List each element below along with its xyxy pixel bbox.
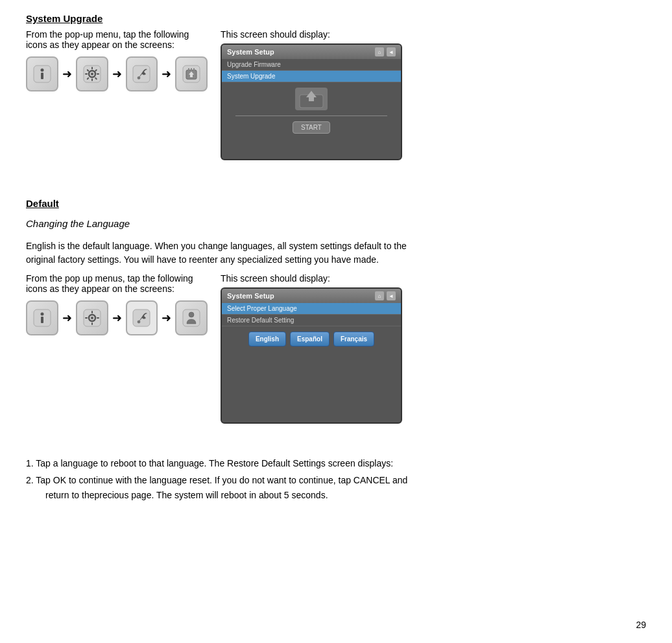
svg-rect-9 [97,73,99,75]
screen1-header: System Setup ⌂ ◄ [222,45,401,59]
changing-language-subheading: Changing the Language [26,218,646,229]
svg-point-37 [189,312,194,317]
default-instruction: From the pop up menus, tap the following… [26,273,208,294]
svg-point-1 [40,69,43,72]
system-upgrade-icons-row: ➜ [26,56,208,91]
step-2-text: Tap OK to continue with the language res… [36,475,407,485]
screen2-header-icons: ⌂ ◄ [375,291,396,300]
system-upgrade-left: From the pop-up menu, tap the following … [26,29,208,91]
page-number: 29 [636,620,646,630]
svg-rect-6 [91,67,93,69]
arrow-1: ➜ [62,67,72,81]
screen2-menu-item-2: Restore Default Setting [222,315,401,326]
espanol-btn: Español [290,332,330,346]
screen1-upload-icon [295,88,328,110]
screen2-header: System Setup ⌂ ◄ [222,289,401,303]
info-icon-2 [26,300,58,335]
wrench-icon-2 [126,300,158,335]
svg-rect-18 [188,68,189,71]
english-btn: English [248,332,286,346]
svg-rect-7 [91,79,93,81]
arrow-2: ➜ [112,67,122,81]
svg-point-5 [91,73,93,75]
default-content: From the pop up menus, tap the following… [26,273,646,424]
screen1-start-btn: START [293,121,330,134]
body-line-2: original factory settings. You will have… [26,254,379,265]
default-heading: Default [26,198,646,209]
default-icons-row: ➜ ➜ [26,300,208,335]
svg-rect-26 [41,317,43,323]
gear-icon-2 [76,300,108,335]
home-icon: ⌂ [375,47,384,56]
wrench-icon [126,56,158,91]
spacer-4 [26,234,646,239]
upgrade-icon [175,56,208,91]
svg-point-25 [40,313,43,316]
system-upgrade-heading: System Upgrade [26,13,646,24]
svg-rect-32 [85,317,88,319]
francais-btn: Français [333,332,374,346]
back-icon-2: ◄ [387,291,396,300]
step-2-indent: return to theprecious page. The system w… [45,488,646,502]
screen2-title: System Setup [227,292,274,300]
system-setup-screen-1: System Setup ⌂ ◄ Upgrade Firmware System… [221,43,402,160]
default-left: From the pop up menus, tap the following… [26,273,208,335]
step-1: 1. Tap a language to reboot to that lang… [26,456,646,470]
svg-rect-20 [193,68,195,71]
home-icon-2: ⌂ [375,291,384,300]
gear-icon [76,56,108,91]
svg-rect-33 [97,317,99,319]
default-body-text: English is the default language. When yo… [26,239,646,267]
default-right: This screen should display: System Setup… [221,273,646,424]
screen2-label: This screen should display: [221,273,646,284]
svg-rect-31 [91,322,93,325]
system-upgrade-content: From the pop-up menu, tap the following … [26,29,646,160]
info-icon [26,56,58,91]
step-1-number: 1. [26,458,36,468]
spacer-5 [26,430,646,446]
body-line-1: English is the default language. When yo… [26,241,407,251]
steps-list: 1. Tap a language to reboot to that lang… [26,456,646,502]
language-buttons: English Español Français [222,326,401,352]
screen1-header-icons: ⌂ ◄ [375,47,396,56]
system-upgrade-right: This screen should display: System Setup… [221,29,646,160]
screen1-menu-item-2: System Upgrade [222,71,401,82]
spacer-1 [26,167,646,182]
svg-rect-30 [91,311,93,313]
system-upgrade-section: System Upgrade From the pop-up menu, tap… [26,13,646,160]
arrow-4: ➜ [62,311,72,325]
spacer-2 [26,182,646,198]
language-icon [175,300,208,335]
system-upgrade-instruction: From the pop-up menu, tap the following … [26,29,208,50]
screen1-body: START [222,82,401,139]
arrow-6: ➜ [162,311,171,325]
spacer-3 [26,213,646,218]
screen1-divider [235,115,387,116]
default-section: Default Changing the Language English is… [26,198,646,502]
screen2-menu-item-1: Select Proper Language [222,303,401,315]
svg-rect-19 [191,68,192,71]
back-icon: ◄ [387,47,396,56]
step-2: 2. Tap OK to continue with the language … [26,473,646,502]
svg-point-15 [138,77,140,79]
arrow-5: ➜ [112,311,122,325]
svg-rect-8 [85,73,88,75]
step-2-number: 2. [26,475,36,485]
screen1-label: This screen should display: [221,29,646,40]
svg-point-29 [91,317,93,319]
svg-point-35 [138,321,140,323]
screen1-menu-item-1: Upgrade Firmware [222,59,401,71]
screen1-title: System Setup [227,48,274,56]
svg-rect-2 [41,73,43,79]
spacer-6 [26,446,646,456]
arrow-3: ➜ [162,67,171,81]
language-screen: System Setup ⌂ ◄ Select Proper Language … [221,287,402,424]
step-1-text: Tap a language to reboot to that languag… [36,458,393,468]
